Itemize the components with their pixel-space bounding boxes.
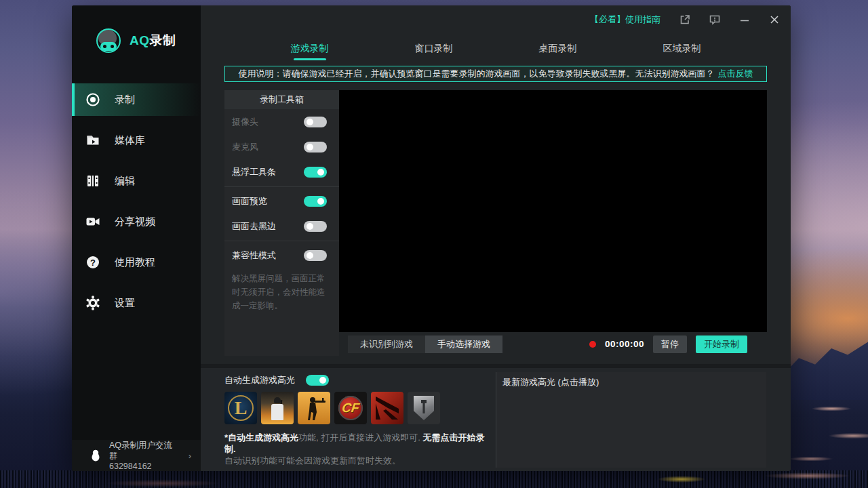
game-icon-world-of-tanks[interactable]	[408, 392, 440, 424]
game-icon-dota2[interactable]	[371, 392, 403, 424]
sidebar-item-label: 设置	[115, 297, 135, 310]
toggle-row-camera: 摄像头	[224, 109, 339, 134]
highlights-section: 自动生成游戏高光 L	[201, 368, 791, 471]
film-edit-icon	[85, 174, 100, 188]
app-logo-icon	[95, 27, 122, 54]
record-control-bar: 未识别到游戏 手动选择游戏 00:00:00 暂停 开始录制	[339, 332, 767, 356]
sidebar-item-label: 媒体库	[115, 134, 145, 147]
question-circle-icon: ?	[85, 255, 100, 270]
sidebar-item-tutorial[interactable]: ? 使用教程	[72, 246, 201, 279]
toggle-row-floating-toolbar: 悬浮工具条	[224, 159, 339, 184]
record-content: 录制工具箱 摄像头 麦克风 悬浮工具条 画面预览	[224, 90, 767, 356]
record-indicator-dot	[589, 341, 596, 348]
game-preview-screen	[339, 90, 767, 332]
tab-game-record[interactable]: 游戏录制	[291, 34, 329, 64]
auto-highlights-note-line2: 自动识别功能可能会因游戏更新而暂时失效。	[224, 455, 496, 466]
qq-penguin-icon	[90, 449, 101, 462]
compatibility-mode-toggle-label: 兼容性模式	[232, 249, 276, 262]
manual-select-game-button[interactable]: 手动选择游戏	[425, 336, 502, 353]
tab-region-record[interactable]: 区域录制	[663, 34, 701, 64]
tab-desktop-record[interactable]: 桌面录制	[539, 34, 577, 64]
sidebar: AQ录制 录制 媒体库 编辑	[72, 5, 201, 471]
minimize-button[interactable]	[738, 14, 750, 26]
background-mountain	[787, 336, 868, 400]
toolbox-title: 录制工具箱	[224, 90, 339, 109]
external-link-icon[interactable]	[679, 14, 690, 26]
game-icon-csgo[interactable]	[298, 392, 330, 424]
preview-column: 未识别到游戏 手动选择游戏 00:00:00 暂停 开始录制	[339, 90, 767, 356]
app-window: AQ录制 录制 媒体库 编辑	[72, 5, 791, 471]
toggle-row-remove-black-border: 画面去黑边	[224, 214, 339, 239]
background-water-reflections	[791, 396, 868, 471]
sidebar-item-share-video[interactable]: 分享视频	[72, 205, 201, 238]
start-record-button[interactable]: 开始录制	[696, 336, 747, 353]
game-icon-crossfire[interactable]: CF	[334, 392, 367, 424]
tab-window-record[interactable]: 窗口录制	[415, 34, 453, 64]
screen-preview-toggle[interactable]	[304, 196, 327, 207]
svg-text:?: ?	[90, 258, 96, 268]
screen-preview-toggle-label: 画面预览	[232, 195, 267, 207]
feedback-icon[interactable]	[709, 14, 720, 26]
floating-toolbar-toggle[interactable]	[304, 167, 327, 178]
toggle-row-screen-preview: 画面预览	[224, 188, 339, 214]
gamepad-icon	[100, 42, 117, 51]
record-icon	[85, 92, 100, 107]
camera-toggle[interactable]	[304, 117, 327, 127]
compatibility-mode-toggle[interactable]	[304, 250, 327, 261]
sidebar-item-media-library[interactable]: 媒体库	[72, 124, 201, 157]
video-camera-icon	[85, 214, 100, 229]
app-logo: AQ录制	[72, 5, 201, 76]
sidebar-menu: 录制 媒体库 编辑 分享视频	[72, 83, 201, 327]
compatibility-mode-note: 解决黑屏问题，画面正常时无须开启，会对性能造成一定影响。	[232, 272, 331, 312]
game-icon-pubg[interactable]	[261, 392, 294, 424]
auto-highlights-note: *自动生成游戏高光功能, 打开后直接进入游戏即可. 无需点击开始录制.	[224, 432, 489, 455]
auto-highlights-toggle[interactable]	[306, 375, 329, 386]
latest-highlights-title: 最新游戏高光 (点击播放)	[502, 376, 766, 388]
remove-black-border-toggle[interactable]	[304, 221, 327, 232]
close-button[interactable]	[768, 14, 780, 26]
game-icon-league-of-legends[interactable]: L	[224, 392, 257, 424]
feedback-link[interactable]: 点击反馈	[718, 68, 753, 80]
camera-toggle-label: 摄像头	[232, 116, 258, 128]
record-timer: 00:00:00	[605, 339, 644, 349]
record-mode-tabs: 游戏录制 窗口录制 桌面录制 区域录制	[201, 34, 791, 64]
notice-text: 使用说明：请确保游戏已经开启，并确认预览窗口是需要录制的游戏画面，以免导致录制失…	[239, 68, 715, 80]
auto-highlights-panel: 自动生成游戏高光 L	[201, 368, 496, 471]
app-title: AQ录制	[130, 32, 176, 49]
supported-games-row: L CF	[224, 392, 496, 424]
game-not-detected-button[interactable]: 未识别到游戏	[348, 336, 425, 353]
toggle-row-microphone: 麦克风	[224, 134, 339, 159]
usage-guide-link[interactable]: 【必看】使用指南	[590, 14, 660, 26]
sidebar-item-label: 编辑	[115, 175, 135, 188]
media-library-icon	[85, 133, 100, 148]
latest-highlights-panel[interactable]: 最新游戏高光 (点击播放)	[496, 372, 766, 468]
titlebar: 【必看】使用指南	[201, 5, 791, 34]
sidebar-item-edit[interactable]: 编辑	[72, 165, 201, 197]
divider	[224, 241, 339, 241]
qq-group-number: 632984162	[109, 462, 180, 472]
divider	[224, 186, 339, 187]
usage-notice-banner: 使用说明：请确保游戏已经开启，并确认预览窗口是需要录制的游戏画面，以免导致录制失…	[224, 66, 767, 82]
sidebar-item-label: 录制	[115, 94, 135, 106]
background-water-reeds	[0, 470, 868, 488]
sidebar-item-settings[interactable]: 设置	[72, 287, 201, 319]
main-area: 【必看】使用指南 游戏录制 窗口录制 桌面录制 区域录制 使用说明：请确保游戏已…	[201, 5, 791, 471]
chevron-right-icon: ›	[189, 451, 191, 461]
record-toolbox-panel: 录制工具箱 摄像头 麦克风 悬浮工具条 画面预览	[224, 90, 339, 356]
remove-black-border-toggle-label: 画面去黑边	[232, 220, 276, 232]
floating-toolbar-toggle-label: 悬浮工具条	[232, 166, 276, 178]
microphone-toggle[interactable]	[304, 142, 327, 152]
qq-group-link[interactable]: AQ录制用户交流群 632984162 ›	[72, 440, 201, 471]
qq-group-name: AQ录制用户交流群	[109, 440, 180, 462]
sidebar-item-label: 使用教程	[115, 256, 155, 269]
sidebar-item-label: 分享视频	[115, 216, 155, 228]
toggle-row-compatibility-mode: 兼容性模式	[224, 243, 339, 268]
microphone-toggle-label: 麦克风	[232, 141, 258, 153]
pause-button[interactable]: 暂停	[653, 336, 687, 353]
gear-icon	[85, 296, 100, 310]
auto-highlights-toggle-label: 自动生成游戏高光	[224, 374, 295, 386]
sidebar-item-record[interactable]: 录制	[72, 83, 201, 116]
